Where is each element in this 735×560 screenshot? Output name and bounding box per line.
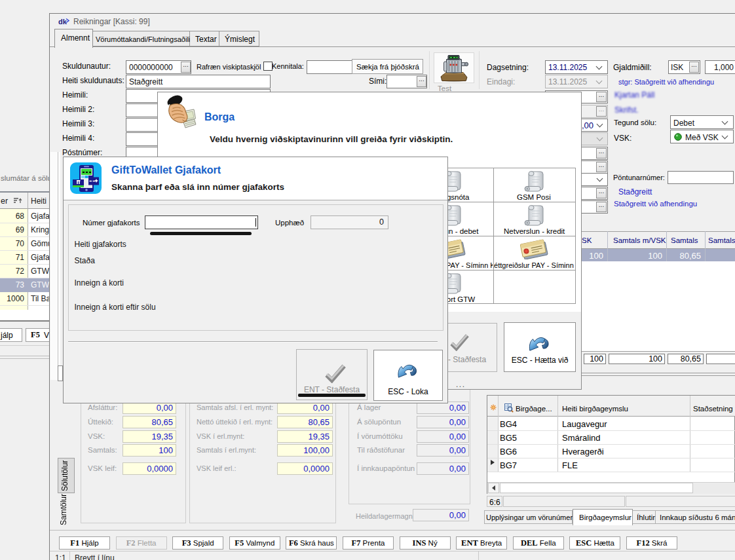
svg-text:dk: dk [58, 18, 67, 26]
